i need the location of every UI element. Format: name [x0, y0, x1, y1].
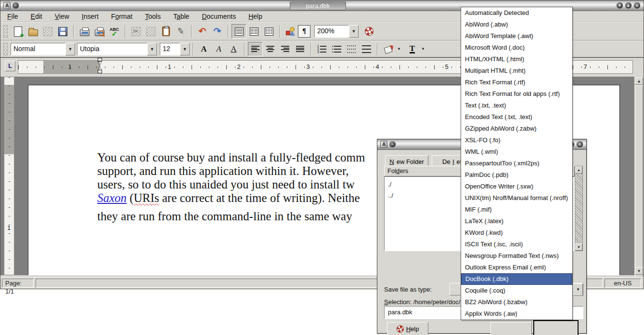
print-button[interactable] — [77, 24, 92, 39]
format-option[interactable]: PalmDoc (.pdb) — [461, 169, 572, 181]
toolbar-handle[interactable] — [3, 25, 8, 38]
vertical-ruler[interactable]: 1 — [4, 77, 14, 275]
format-option[interactable]: Multipart HTML (.mht) — [461, 65, 572, 77]
redo-button[interactable]: ↷ — [210, 24, 225, 39]
format-option[interactable]: Automatically Detected — [461, 7, 572, 19]
scroll-up-button[interactable]: ▲ — [635, 77, 643, 85]
maximize-button[interactable]: ▲ — [625, 2, 632, 9]
menu-insert[interactable]: Insert — [82, 13, 99, 20]
menu-help[interactable]: Help — [248, 13, 262, 20]
indent-marker[interactable]: ▽ △ — [96, 58, 103, 77]
format-option[interactable]: KWord (.kwd) — [461, 227, 572, 239]
menu-view[interactable]: View — [55, 13, 69, 20]
toolbar-handle[interactable] — [3, 43, 8, 55]
shade-button[interactable]: ▼ — [616, 2, 623, 9]
zoom-dropdown-arrow[interactable]: ▼ — [349, 25, 359, 38]
zoom-value[interactable]: 200% — [314, 25, 349, 38]
format-option[interactable]: GZipped AbiWord (.zabw) — [461, 123, 572, 134]
undo-button[interactable]: ↶ — [195, 24, 210, 39]
format-option[interactable]: Applix Words (.aw) — [461, 308, 572, 320]
format-option[interactable]: Coquille (.coq) — [461, 285, 572, 296]
numbered-list-button[interactable]: 123 — [314, 42, 329, 56]
style-value[interactable]: Normal — [11, 43, 65, 55]
align-center-button[interactable] — [263, 42, 278, 56]
open-button[interactable] — [26, 24, 40, 39]
format-option[interactable]: Encoded Text (.txt, .text) — [461, 111, 572, 123]
format-option[interactable]: UNIX(tm) Nroff/Manual format (.nroff) — [461, 192, 572, 204]
dialog-close-button[interactable]: ⊘ — [576, 141, 583, 148]
align-right-button[interactable] — [278, 42, 293, 56]
font-dropdown-arrow[interactable]: ▼ — [147, 43, 157, 55]
pen-button[interactable]: ✎ — [173, 24, 188, 39]
spellcheck-button[interactable]: ABC ✓ — [107, 24, 122, 39]
window-menu-button[interactable]: − — [12, 2, 19, 9]
format-option[interactable]: Newsgroup Formatted Text (.nws) — [461, 250, 572, 262]
format-option[interactable]: HTML/XHTML (.html) — [461, 54, 572, 65]
align-justify-button[interactable] — [293, 42, 308, 56]
print-preview-button[interactable] — [92, 24, 107, 39]
menu-table[interactable]: Table — [173, 13, 189, 20]
format-option[interactable]: OpenOffice Writer (.sxw) — [461, 181, 572, 192]
style-dropdown-arrow[interactable]: ▼ — [65, 43, 75, 55]
insert-graphic-button[interactable] — [283, 24, 298, 39]
toolbar-separator — [191, 25, 192, 38]
menu-edit[interactable]: Edit — [31, 13, 42, 20]
format-option[interactable]: Text (.txt, .text) — [461, 100, 572, 111]
format-option[interactable]: Rich Text Format (.rtf) — [461, 77, 572, 88]
ok-button[interactable] — [533, 320, 579, 335]
saxon-hyperlink[interactable]: Saxon — [97, 191, 127, 204]
new-document-button[interactable]: + — [11, 24, 26, 39]
format-option[interactable]: AbiWord (.abw) — [461, 19, 572, 30]
folders-scroll-up[interactable]: ▲ — [575, 166, 582, 174]
close-button[interactable]: ⊘ — [633, 2, 641, 9]
paste-button[interactable] — [158, 24, 173, 39]
format-option[interactable]: AbiWord Template (.awt) — [461, 30, 572, 42]
font-size-dropdown-arrow[interactable]: ▼ — [180, 43, 190, 55]
help-button[interactable] — [361, 24, 376, 39]
font-color-dropdown[interactable]: ▼ — [421, 47, 425, 51]
folders-scroll-down[interactable]: ▼ — [575, 243, 582, 251]
font-color-button[interactable]: T — [405, 42, 420, 56]
format-option[interactable]: Microsoft Word (.doc) — [461, 42, 572, 54]
format-option[interactable]: MIF (.mif) — [461, 204, 572, 215]
vertical-scrollbar[interactable]: ▲ ▼ — [634, 77, 644, 275]
view-two-column-button[interactable] — [246, 24, 261, 39]
format-option[interactable]: PassepartoutToo (.xml2ps) — [461, 158, 572, 169]
font-value[interactable]: Utopia — [77, 43, 147, 55]
italic-button[interactable]: A — [211, 42, 226, 56]
view-three-column-button[interactable] — [261, 24, 276, 39]
dialog-help-button[interactable]: Help — [387, 322, 428, 335]
format-option[interactable]: ISCII Text (.isc, .iscii) — [461, 239, 572, 250]
increase-indent-button[interactable] — [359, 42, 374, 56]
format-option[interactable]: WML (.wml) — [461, 146, 572, 158]
bullet-list-icon: ••• — [332, 45, 341, 53]
format-option[interactable]: LaTeX (.latex) — [461, 215, 572, 227]
show-formatting-marks-button[interactable]: ¶ — [298, 25, 310, 38]
menu-format[interactable]: Format — [111, 13, 132, 20]
bold-button[interactable]: A — [196, 42, 211, 56]
format-option[interactable]: Rich Text Format for old apps (.rtf) — [461, 88, 572, 100]
format-option-selected[interactable]: DocBook (.dbk) — [461, 273, 572, 285]
format-option[interactable]: XSL-FO (.fo) — [461, 134, 572, 146]
save-as-button[interactable]: ✎ — [55, 24, 70, 39]
align-left-icon — [251, 45, 259, 53]
format-option[interactable]: Outlook Express Email (.eml) — [461, 262, 572, 273]
underline-button[interactable]: A — [226, 42, 241, 56]
tab-selector-button[interactable]: L — [5, 61, 15, 71]
menu-file[interactable]: File — [7, 13, 18, 20]
scroll-down-button[interactable]: ▼ — [635, 267, 643, 275]
dialog-window-menu-button[interactable]: − — [389, 141, 396, 148]
menu-tools[interactable]: Tools — [145, 13, 161, 20]
align-left-button[interactable] — [248, 42, 263, 56]
font-size-value[interactable]: 12 — [160, 43, 180, 55]
highlight-color-button[interactable] — [381, 42, 396, 56]
file-type-dropdown-arrow[interactable]: ▼ — [573, 283, 583, 296]
menu-documents[interactable]: Documents — [202, 13, 236, 20]
highlight-color-dropdown[interactable]: ▼ — [397, 47, 401, 51]
bullet-list-button[interactable]: ••• — [329, 42, 344, 56]
scrollbar-thumb[interactable] — [635, 85, 643, 280]
cancel-button[interactable] — [490, 322, 532, 335]
folders-scrollbar[interactable]: ▲ ▼ — [575, 166, 583, 251]
view-normal-button[interactable] — [232, 24, 246, 39]
format-option[interactable]: BZ2 AbiWord (.bzabw) — [461, 296, 572, 308]
